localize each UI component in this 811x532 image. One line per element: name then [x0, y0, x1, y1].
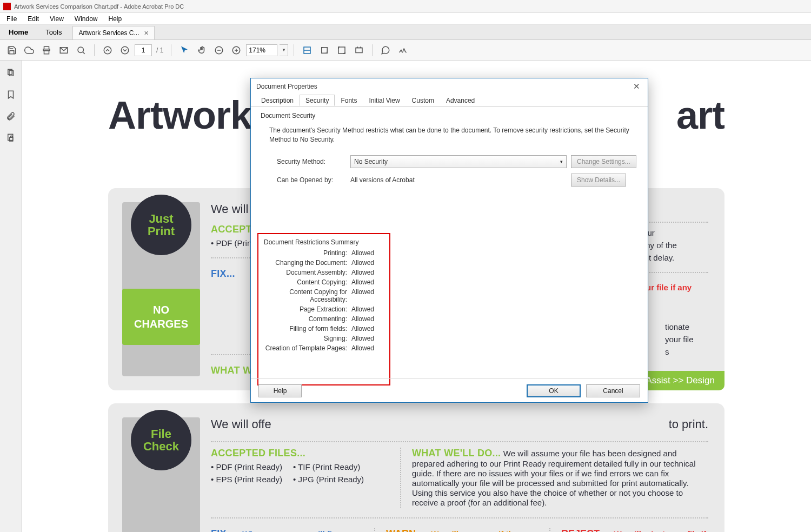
tab-home[interactable]: Home: [0, 25, 37, 39]
fit-width-icon[interactable]: [300, 43, 315, 58]
tab-description[interactable]: Description: [255, 95, 300, 106]
fit-page-icon[interactable]: [317, 43, 332, 58]
restriction-value: Allowed: [351, 259, 374, 267]
page-number-input[interactable]: [135, 44, 152, 56]
zoom-dropdown-icon[interactable]: ▼: [280, 44, 288, 56]
tab-advanced[interactable]: Advanced: [440, 95, 481, 106]
thumbnails-icon[interactable]: [5, 67, 17, 79]
security-method-label: Security Method:: [277, 158, 346, 165]
search-icon[interactable]: [74, 43, 89, 58]
menubar: File Edit View Window Help: [0, 13, 811, 25]
file-check-badge: File Check: [131, 410, 191, 470]
print-icon[interactable]: [39, 43, 54, 58]
opened-by-label: Can be Opened by:: [277, 176, 346, 184]
acrobat-icon: [3, 3, 11, 10]
page-up-icon[interactable]: [100, 43, 115, 58]
fullscreen-icon[interactable]: [334, 43, 349, 58]
tab-fonts[interactable]: Fonts: [335, 95, 363, 106]
svg-rect-0: [44, 50, 49, 54]
opened-by-value: All versions of Acrobat: [350, 176, 567, 184]
close-tab-icon[interactable]: ✕: [144, 30, 149, 37]
tab-security[interactable]: Security: [300, 95, 335, 106]
restriction-key: Signing:: [264, 335, 351, 342]
title-sep: -: [118, 3, 124, 10]
toolbar: / 1 ▼: [0, 40, 811, 61]
warn-heading: WARN...: [386, 528, 424, 532]
section2-title-l: We will offe: [211, 417, 271, 431]
show-details-button[interactable]: Show Details...: [571, 174, 626, 187]
no-charges-badge: NO CHARGES: [122, 289, 200, 345]
tab-tools[interactable]: Tools: [37, 25, 70, 39]
restriction-row: Commenting:Allowed: [264, 315, 384, 323]
restriction-key: Creation of Template Pages:: [264, 344, 351, 352]
page-down-icon[interactable]: [117, 43, 132, 58]
restriction-row: Printing:Allowed: [264, 249, 384, 257]
save-icon[interactable]: [4, 43, 19, 58]
restriction-row: Signing:Allowed: [264, 335, 384, 342]
tab-initial-view[interactable]: Initial View: [363, 95, 406, 106]
svg-rect-15: [356, 48, 362, 52]
dialog-body: Document Security The document's Securit…: [251, 107, 648, 379]
accepted2-heading: ACCEPTED FILES...: [211, 448, 384, 459]
restriction-row: Content Copying for Accessibility:Allowe…: [264, 288, 384, 303]
restriction-row: Page Extraction:Allowed: [264, 305, 384, 313]
tab-custom[interactable]: Custom: [406, 95, 440, 106]
menu-file[interactable]: File: [1, 14, 22, 24]
cancel-button[interactable]: Cancel: [586, 384, 640, 397]
bookmark-icon[interactable]: [5, 89, 17, 101]
restriction-row: Filling of form fields:Allowed: [264, 325, 384, 332]
restrictions-summary: Document Restrictions Summary Printing:A…: [257, 233, 390, 385]
menu-window[interactable]: Window: [69, 14, 103, 24]
toolbar-sep4: [372, 44, 373, 56]
page-total-label: / 1: [156, 46, 163, 54]
menu-edit[interactable]: Edit: [22, 14, 44, 24]
section-file-check: File Check We will offe to print. ACCEPT…: [108, 403, 724, 532]
reject-heading: REJECT...: [561, 528, 607, 532]
title-app: Adobe Acrobat Pro DC: [124, 3, 184, 10]
comment-icon[interactable]: [378, 43, 393, 58]
restriction-row: Content Copying:Allowed: [264, 278, 384, 286]
pointer-icon[interactable]: [177, 43, 192, 58]
section2-leftcol: File Check: [122, 417, 200, 532]
security-description: The document's Security Method restricts…: [261, 123, 638, 152]
security-method-select[interactable]: No Security ▾: [350, 155, 567, 168]
zoom-input[interactable]: [246, 44, 277, 56]
dialog-titlebar[interactable]: Document Properties ✕: [251, 78, 648, 95]
cloud-icon[interactable]: [22, 43, 37, 58]
security-panel-icon[interactable]: [5, 132, 17, 144]
tab-document-label: Artwork Services C...: [78, 29, 139, 37]
wwd-heading: WHAT WE'LL DO...: [412, 448, 501, 458]
dialog-title: Document Properties: [256, 83, 317, 90]
ok-button[interactable]: OK: [527, 384, 581, 397]
email-icon[interactable]: [56, 43, 71, 58]
toolbar-sep: [94, 44, 95, 56]
menu-view[interactable]: View: [44, 14, 69, 24]
restriction-value: Allowed: [351, 269, 374, 276]
svg-rect-19: [8, 69, 12, 75]
svg-point-2: [78, 47, 84, 53]
svg-point-5: [121, 46, 129, 54]
change-settings-button[interactable]: Change Settings...: [571, 155, 636, 168]
svg-line-3: [83, 52, 85, 54]
tab-document[interactable]: Artwork Services C... ✕: [72, 26, 154, 39]
zoom-out-icon[interactable]: [211, 43, 227, 58]
svg-rect-13: [322, 47, 328, 53]
read-mode-icon[interactable]: [351, 43, 367, 58]
restriction-value: Allowed: [351, 278, 374, 286]
dialog-close-icon[interactable]: ✕: [631, 82, 642, 91]
sign-icon[interactable]: [395, 43, 410, 58]
zoom-in-icon[interactable]: [229, 43, 244, 58]
section-leftcol: Just Print NO CHARGES: [122, 202, 200, 376]
attachment-icon[interactable]: [5, 110, 17, 122]
restriction-value: Allowed: [351, 344, 374, 352]
restriction-key: Content Copying for Accessibility:: [264, 288, 351, 303]
menu-help[interactable]: Help: [103, 14, 128, 24]
section2-title-r: to print.: [669, 417, 708, 431]
just-print-badge: Just Print: [131, 195, 191, 255]
help-button[interactable]: Help: [258, 384, 302, 397]
hand-icon[interactable]: [194, 43, 209, 58]
group-title: Document Security: [261, 112, 638, 119]
restriction-row: Changing the Document:Allowed: [264, 259, 384, 267]
svg-rect-14: [338, 47, 345, 54]
tabbar: Home Tools Artwork Services C... ✕: [0, 25, 811, 40]
